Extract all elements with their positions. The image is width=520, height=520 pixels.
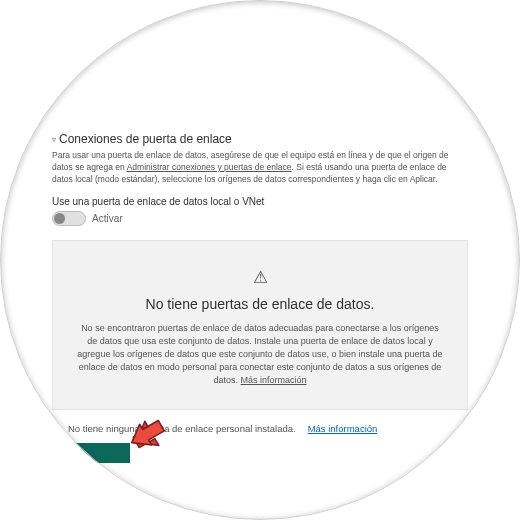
section-title-text: Conexiones de puerta de enlace xyxy=(59,132,232,146)
warning-small-icon: ⚠ xyxy=(52,422,62,435)
personal-gateway-text: No tiene ninguna puerta de enlace person… xyxy=(68,423,296,434)
more-info-link[interactable]: Más información xyxy=(241,375,307,385)
empty-state-title: No tiene puertas de enlace de datos. xyxy=(75,296,445,312)
toggle-track xyxy=(52,211,86,226)
empty-state-body: No se encontraron puertas de enlace de d… xyxy=(75,322,445,387)
empty-state-panel: ⚠ No tiene puertas de enlace de datos. N… xyxy=(52,240,468,410)
toggle-label: Use una puerta de enlace de datos local … xyxy=(52,196,468,207)
apply-button[interactable] xyxy=(52,443,130,463)
personal-more-info-link[interactable]: Más información xyxy=(308,423,378,434)
toggle-state-text: Activar xyxy=(92,213,123,224)
manage-connections-link[interactable]: Administrar conexiones y puertas de enla… xyxy=(127,162,292,172)
personal-gateway-row: ⚠ No tiene ninguna puerta de enlace pers… xyxy=(52,422,468,435)
section-help-text: Para usar una puerta de enlace de datos,… xyxy=(52,150,468,186)
expand-icon[interactable]: ▿ xyxy=(52,135,56,144)
warning-icon: ⚠ xyxy=(75,267,445,288)
gateway-toggle[interactable]: Activar xyxy=(52,211,468,226)
toggle-thumb xyxy=(54,213,65,224)
section-header: ▿ Conexiones de puerta de enlace xyxy=(52,132,468,146)
